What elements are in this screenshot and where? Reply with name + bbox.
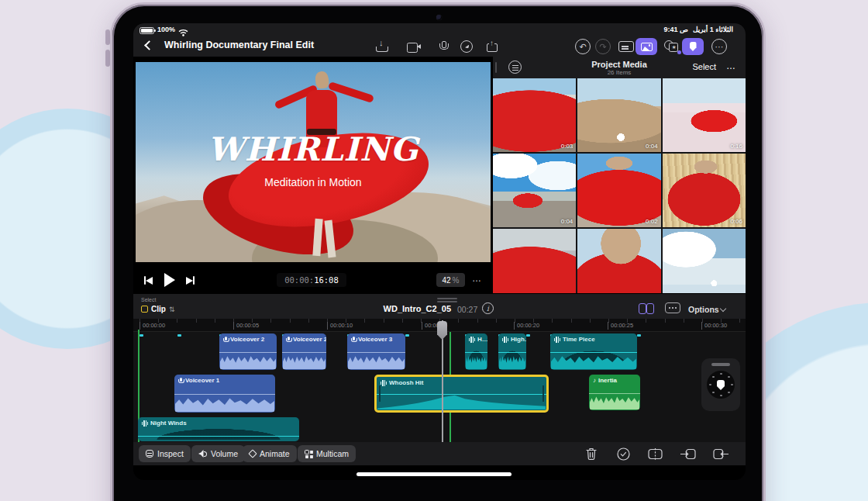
status-time-date: 9:41 ص الثلاثاء 1 أبريل [663, 26, 733, 33]
timeline-drag-handle[interactable] [437, 298, 457, 299]
skip-to-end-button[interactable] [186, 276, 195, 285]
redo-button[interactable]: ↷ [594, 39, 612, 54]
media-thumbnail[interactable]: 0:03 [493, 78, 576, 152]
waveform-icon [502, 337, 508, 343]
record-video-button[interactable] [405, 39, 423, 54]
media-thumbnail[interactable]: 0:06 [663, 154, 746, 227]
inspector-icon [146, 450, 153, 458]
clip-tool-selector[interactable]: Clip ⇅ [141, 305, 174, 313]
clip-tool-icon [141, 306, 148, 313]
toolbar-divider [185, 447, 186, 460]
share-icon [487, 41, 496, 52]
multicam-button[interactable]: Multicam [298, 445, 356, 462]
mic-icon [351, 337, 356, 342]
timeline-clip-inertia[interactable]: ♪Inertia [589, 375, 640, 410]
record-voiceover-button[interactable] [434, 39, 453, 54]
info-button[interactable]: i [482, 302, 494, 314]
ruler-tick: 00:00:10 [327, 322, 353, 330]
effects-icon: ★ [664, 40, 679, 53]
clip-marker [140, 334, 143, 337]
import-button[interactable] [372, 39, 391, 54]
skip-to-start-button[interactable] [144, 276, 153, 285]
split-clip-button[interactable] [646, 445, 663, 462]
timeline-clip-whoosh-hit-selected[interactable]: Whoosh Hit [374, 375, 549, 413]
media-thumbnail[interactable]: 0:04 [493, 154, 576, 227]
timeline-clip-night-winds[interactable]: Night Winds [138, 417, 299, 441]
timecode-display[interactable]: 00:00:16:08 [277, 273, 346, 287]
inspect-button[interactable]: Inspect [139, 445, 191, 462]
timeline-clip-time-piece[interactable]: Time Piece [550, 333, 637, 370]
status-time: 9:41 ص [663, 26, 687, 33]
media-more-button[interactable]: … [726, 60, 736, 71]
more-button[interactable]: ⋯ [710, 39, 728, 54]
timeline-clip-voiceover-3[interactable]: Voiceover 3 [347, 333, 405, 370]
playhead-handle[interactable] [437, 321, 447, 340]
animate-button[interactable]: Animate [243, 445, 297, 462]
timeline-clip-voiceover-1[interactable]: Voiceover 1 [174, 375, 275, 413]
project-title: Whirling Documentary Final Edit [164, 40, 314, 50]
timeline-clip-high[interactable]: High… [498, 333, 526, 370]
waveform-icon [469, 337, 475, 343]
camera-icon [407, 43, 421, 51]
video-viewer: WHIRLING Meditation in Motion 00:00:16:0… [133, 57, 493, 293]
media-thumbnail[interactable]: 0:02 [577, 154, 660, 227]
status-bar: 100% 9:41 ص الثلاثاء 1 أبريل [133, 23, 746, 36]
speaker-icon [198, 450, 207, 458]
timeline-clip-voiceover-2b[interactable]: Voiceover 2 [282, 333, 326, 370]
insert-clip-button[interactable] [680, 445, 697, 462]
timeline[interactable]: 00:00:00 00:00:05 00:00:10 00:00:15 00:0… [133, 319, 746, 442]
options-button[interactable]: Options [688, 305, 719, 314]
timeline-overview-icon[interactable] [665, 302, 680, 313]
play-button[interactable] [164, 273, 175, 287]
undo-button[interactable]: ↶ [574, 39, 592, 54]
append-clip-button[interactable] [712, 445, 729, 462]
timeline-clip-voiceover-2[interactable]: Voiceover 2 [219, 333, 277, 370]
trash-icon [586, 447, 597, 460]
voice-shield-icon [690, 42, 697, 51]
media-thumbnail[interactable]: 0:04 [577, 78, 660, 152]
timeline-clip-h[interactable]: H… [465, 333, 487, 370]
mic-icon [223, 337, 228, 342]
effects-button[interactable]: ★ [662, 39, 680, 54]
play-icon [164, 273, 175, 287]
mic-icon [178, 378, 183, 383]
mic-icon [286, 337, 291, 342]
select-button[interactable]: Select [692, 62, 716, 71]
jog-dial[interactable] [707, 371, 735, 399]
current-clip-duration: 00:27 [457, 305, 477, 314]
share-button[interactable] [482, 39, 501, 54]
media-thumbnail[interactable] [663, 229, 746, 293]
voiceover-panel-button[interactable] [682, 38, 704, 55]
zoom-level-button[interactable]: 42% [436, 273, 465, 287]
delete-button[interactable] [583, 445, 600, 462]
clip-marker [177, 334, 181, 337]
home-indicator[interactable] [356, 472, 512, 476]
clip-marker [405, 334, 409, 337]
enable-clip-button[interactable] [615, 445, 632, 462]
jog-wheel[interactable] [701, 358, 740, 411]
transport-controls: 00:00:16:08 42% … [133, 268, 488, 293]
media-thumbnail[interactable]: 0:16 [663, 78, 746, 152]
waveform-icon [554, 337, 560, 343]
jog-drag-handle[interactable] [711, 363, 730, 366]
connected-clips-icon[interactable] [639, 302, 656, 314]
video-preview[interactable]: WHIRLING Meditation in Motion [136, 62, 491, 262]
media-thumbnail[interactable] [493, 229, 576, 293]
back-chevron-icon[interactable] [144, 40, 154, 50]
multicam-grid-icon [305, 450, 312, 458]
viewer-more-button[interactable]: … [472, 273, 482, 284]
titles-button[interactable] [617, 39, 636, 54]
media-thumbnail[interactable] [577, 229, 660, 293]
import-icon [376, 41, 387, 52]
badge-dot [677, 50, 681, 54]
live-drawing-button[interactable] [457, 39, 476, 54]
redo-icon: ↷ [595, 39, 611, 54]
battery-label: 100% [157, 26, 175, 33]
waveform-icon [142, 420, 148, 427]
media-browser-button[interactable] [636, 38, 657, 55]
clip-marker [637, 334, 641, 337]
current-clip-name: WD_Intro_C2_05 [366, 304, 451, 313]
project-media-panel: Project Media 26 Items Select … 0:03 0:0… [493, 57, 746, 293]
volume-button[interactable]: Volume [191, 445, 245, 462]
front-camera [436, 15, 442, 20]
